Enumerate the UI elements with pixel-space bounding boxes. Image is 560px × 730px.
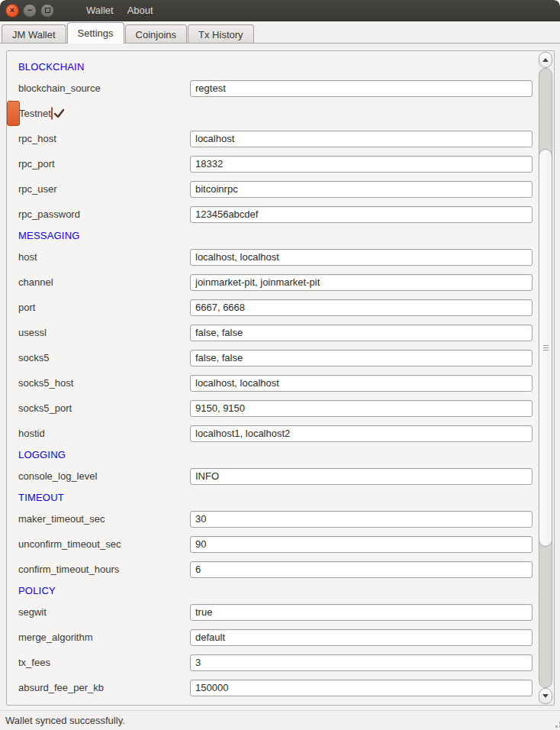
testnet-checkbox[interactable] [51, 107, 53, 120]
vertical-scrollbar [538, 52, 553, 704]
channel-input[interactable] [190, 274, 533, 291]
field-label-absurd-fee-per-kb: absurd_fee_per_kb [18, 682, 190, 693]
field-label-blockchain-source: blockchain_source [18, 82, 190, 94]
scrollbar-grip-icon [543, 345, 549, 350]
port-input[interactable] [190, 299, 533, 316]
partial-input[interactable] [190, 705, 533, 706]
field-label-maker-timeout-sec: maker_timeout_sec [18, 513, 190, 525]
statusbar: Wallet synced successfully. [0, 710, 560, 730]
field-label-rpc-user: rpc_user [18, 183, 190, 195]
joinmarket-wallet-window: × − Wallet About JM Wallet Settings Coin… [0, 0, 560, 730]
field-row-segwit: segwit [7, 599, 540, 625]
rpc-user-input[interactable] [190, 181, 533, 198]
field-row-socks5-host: socks5_host [7, 370, 540, 396]
section-row-policy: POLICY [7, 582, 540, 599]
field-row-port: port [7, 295, 540, 320]
field-row-confirm-timeout-hours: confirm_timeout_hours [7, 557, 540, 582]
field-row-rpc-port: rpc_port [7, 151, 540, 176]
close-button[interactable]: × [5, 4, 19, 18]
status-message: Wallet synced successfully. [5, 715, 125, 726]
rpc-password-input[interactable] [190, 206, 533, 223]
maximize-button[interactable] [40, 4, 54, 18]
blockchain-source-input[interactable] [190, 80, 533, 97]
minimize-button[interactable]: − [23, 4, 37, 18]
rpc-host-input[interactable] [190, 131, 533, 147]
field-row-unconfirm-timeout-sec: unconfirm_timeout_sec [7, 531, 540, 557]
field-label-hostid: hostid [18, 428, 190, 439]
menu-about[interactable]: About [121, 1, 160, 20]
field-label-socks5-host: socks5_host [18, 377, 190, 389]
field-label-tx-fees: tx_fees [18, 657, 190, 668]
field-row-maker-timeout-sec: maker_timeout_sec [7, 506, 540, 531]
maximize-icon [45, 8, 50, 13]
field-label-confirm-timeout-hours: confirm_timeout_hours [18, 564, 190, 575]
absurd-fee-per-kb-input[interactable] [190, 680, 533, 696]
field-label-rpc-password: rpc_password [18, 208, 190, 220]
socks5-input[interactable] [190, 350, 533, 367]
field-label-testnet: Testnet [19, 108, 51, 119]
merge-algorithm-input[interactable] [190, 629, 533, 646]
tab-tx-history[interactable]: Tx History [188, 24, 254, 44]
menubar: Wallet About [79, 1, 160, 20]
field-label-rpc-host: rpc_host [18, 133, 190, 144]
field-label-console-log-level: console_log_level [18, 470, 190, 482]
resize-grip[interactable] [555, 725, 558, 728]
field-label-segwit: segwit [18, 606, 190, 618]
socks5-port-input[interactable] [190, 400, 533, 417]
field-row-socks5: socks5 [7, 345, 540, 370]
field-row-tx-fees: tx_fees [7, 650, 540, 675]
section-row-timeout: TIMEOUT [7, 489, 540, 506]
field-label-socks5: socks5 [18, 352, 190, 363]
field-label-channel: channel [18, 276, 190, 288]
field-row-partial [7, 700, 540, 706]
field-label-rpc-port: rpc_port [18, 158, 190, 170]
segwit-input[interactable] [190, 604, 533, 621]
field-label-unconfirm-timeout-sec: unconfirm_timeout_sec [18, 538, 190, 550]
arrow-up-icon [542, 58, 549, 62]
section-header-messaging: MESSAGING [18, 230, 80, 241]
tab-settings[interactable]: Settings [67, 22, 124, 44]
usessl-input[interactable] [190, 325, 533, 341]
field-row-host: host [7, 244, 540, 270]
field-row-blockchain-source: blockchain_source [7, 76, 540, 101]
tab-jm-wallet[interactable]: JM Wallet [2, 24, 66, 44]
field-row-channel: channel [7, 270, 540, 295]
field-row-usessl: usessl [7, 320, 540, 345]
field-row-rpc-user: rpc_user [7, 176, 540, 202]
scrollbar-up-button[interactable] [539, 52, 552, 68]
console-log-level-input[interactable] [190, 468, 533, 485]
hostid-input[interactable] [190, 425, 533, 442]
field-row-console-log-level: console_log_level [7, 464, 540, 489]
field-row-testnet: Testnet [7, 101, 20, 126]
field-row-socks5-port: socks5_port [7, 396, 540, 421]
arrow-down-icon [542, 694, 549, 698]
scrollbar-down-button[interactable] [539, 688, 552, 704]
section-row-messaging: MESSAGING [7, 227, 540, 244]
section-header-timeout: TIMEOUT [18, 492, 64, 503]
settings-scrollarea: BLOCKCHAINblockchain_sourceTestnetrpc_ho… [6, 50, 555, 706]
field-label-port: port [18, 302, 190, 313]
section-header-blockchain: BLOCKCHAIN [18, 61, 85, 73]
minimize-icon: − [27, 6, 32, 15]
menu-wallet[interactable]: Wallet [79, 1, 121, 20]
tab-coinjoins[interactable]: Coinjoins [125, 24, 187, 44]
field-label-usessl: usessl [18, 327, 190, 338]
section-row-logging: LOGGING [7, 446, 540, 464]
settings-pane: BLOCKCHAINblockchain_sourceTestnetrpc_ho… [0, 44, 560, 710]
field-row-rpc-host: rpc_host [7, 126, 540, 151]
tx-fees-input[interactable] [190, 654, 533, 671]
field-row-merge-algorithm: merge_algorithm [7, 625, 540, 650]
rpc-port-input[interactable] [190, 156, 533, 173]
maker-timeout-sec-input[interactable] [190, 511, 533, 528]
host-input[interactable] [190, 249, 533, 266]
scrollbar-thumb[interactable] [539, 149, 552, 547]
unconfirm-timeout-sec-input[interactable] [190, 536, 533, 553]
socks5-host-input[interactable] [190, 375, 533, 392]
field-label-socks5-port: socks5_port [18, 402, 190, 414]
confirm-timeout-hours-input[interactable] [190, 561, 533, 578]
field-label-host: host [18, 251, 190, 263]
section-row-blockchain: BLOCKCHAIN [7, 58, 540, 76]
field-label-merge-algorithm: merge_algorithm [18, 631, 190, 643]
field-row-hostid: hostid [7, 421, 540, 446]
titlebar: × − Wallet About [0, 0, 560, 21]
